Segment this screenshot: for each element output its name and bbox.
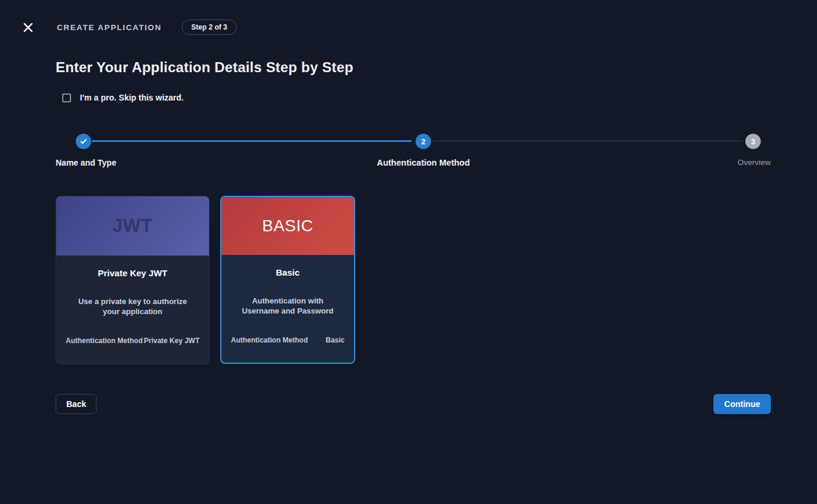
card-title: Basic — [221, 267, 354, 277]
skip-wizard-label: I'm a pro. Skip this wizard. — [80, 93, 184, 102]
step-2-indicator: 2 — [416, 134, 431, 149]
card-attribute-row: Authentication Method Basic — [221, 336, 354, 344]
stepper-line-completed — [92, 140, 411, 142]
wizard-topbar: CREATE APPLICATION Step 2 of 3 — [0, 0, 817, 35]
continue-button[interactable]: Continue — [713, 394, 771, 414]
auth-method-card-basic[interactable]: BASIC Basic Authentication with Username… — [220, 196, 355, 364]
card-description: Use a private key to authorize your appl… — [56, 296, 209, 316]
close-icon — [22, 22, 34, 33]
card-description: Authentication with Username and Passwor… — [221, 296, 354, 316]
check-icon — [79, 137, 88, 146]
basic-card-banner: BASIC — [221, 197, 354, 255]
auth-method-cards: JWT Private Key JWT Use a private key to… — [56, 196, 771, 364]
stepper-line-upcoming — [433, 141, 742, 141]
wizard-content: Enter Your Application Details Step by S… — [0, 59, 817, 414]
card-attribute-value: Private Key JWT — [144, 337, 200, 345]
back-button[interactable]: Back — [56, 394, 97, 414]
card-attribute-label: Authentication Method — [66, 337, 143, 345]
jwt-card-banner: JWT — [56, 196, 209, 256]
skip-wizard-checkbox[interactable] — [62, 93, 71, 102]
wizard-title: CREATE APPLICATION — [57, 23, 162, 32]
card-title: Private Key JWT — [56, 268, 209, 278]
step-badge: Step 2 of 3 — [182, 20, 237, 35]
close-button[interactable] — [21, 21, 34, 34]
card-attribute-label: Authentication Method — [231, 336, 308, 344]
card-attribute-row: Authentication Method Private Key JWT — [56, 337, 209, 345]
step-2-label: Authentication Method — [377, 158, 469, 167]
page-heading: Enter Your Application Details Step by S… — [56, 59, 771, 76]
basic-banner-text: BASIC — [262, 217, 314, 235]
step-3-label: Overview — [738, 158, 771, 167]
step-1-label: Name and Type — [56, 158, 116, 167]
auth-method-card-private-key-jwt[interactable]: JWT Private Key JWT Use a private key to… — [56, 196, 210, 364]
step-3-indicator: 3 — [745, 134, 761, 149]
create-application-wizard: CREATE APPLICATION Step 2 of 3 Enter You… — [0, 0, 817, 414]
wizard-actions: Back Continue — [56, 394, 771, 414]
step-1-indicator — [76, 134, 91, 149]
card-attribute-value: Basic — [326, 336, 345, 344]
jwt-banner-text: JWT — [112, 215, 153, 237]
skip-wizard-row[interactable]: I'm a pro. Skip this wizard. — [56, 93, 184, 102]
stepper: 2 3 Name and Type Authentication Method … — [56, 134, 771, 176]
